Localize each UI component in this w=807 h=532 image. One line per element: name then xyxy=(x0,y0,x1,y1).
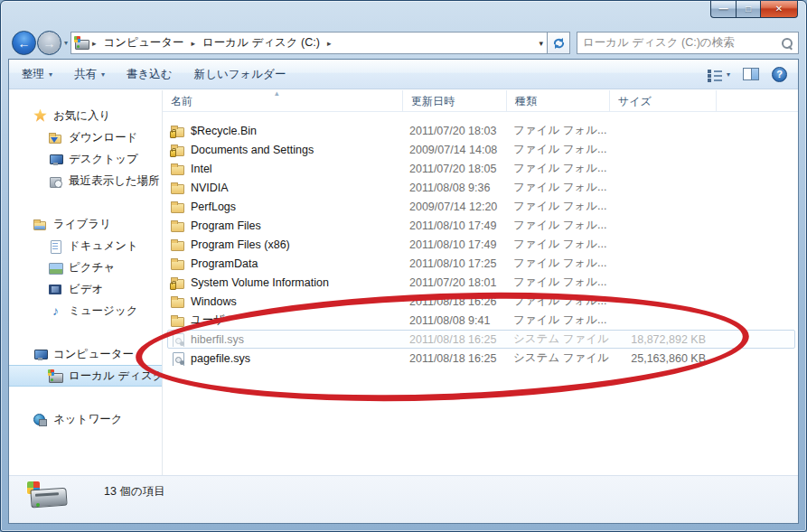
items-count: 13 個の項目 xyxy=(104,484,165,499)
file-size: 25,163,860 KB xyxy=(610,352,717,365)
music-icon: ♪ xyxy=(49,304,62,318)
file-name-cell: Program Files xyxy=(163,219,403,233)
recent-icon xyxy=(49,174,62,188)
sidebar-group-label: お気に入り xyxy=(53,108,110,124)
breadcrumb-computer[interactable]: コンピューター xyxy=(100,33,188,52)
table-row[interactable]: hiberfil.sys2011/08/18 16:25システム ファイル18,… xyxy=(163,330,798,349)
sidebar-item-0-1[interactable]: デスクトップ xyxy=(9,148,162,170)
folder-icon xyxy=(171,294,185,309)
folder-icon xyxy=(171,257,185,271)
table-row[interactable]: $Recycle.Bin2011/07/20 18:03ファイル フォル... xyxy=(163,121,798,140)
close-icon: ✕ xyxy=(775,5,783,14)
preview-pane-button[interactable] xyxy=(743,68,759,80)
disk-icon xyxy=(49,369,62,383)
table-row[interactable]: PerfLogs2009/07/14 12:20ファイル フォル... xyxy=(163,197,798,216)
file-type: ファイル フォル... xyxy=(507,256,610,271)
file-type: ファイル フォル... xyxy=(507,237,610,252)
table-row[interactable]: pagefile.sys2011/08/18 16:25システム ファイル25,… xyxy=(163,349,798,368)
file-date: 2011/08/10 17:49 xyxy=(403,238,507,251)
table-row[interactable]: ユーザー2011/08/08 9:41ファイル フォル... xyxy=(163,311,798,330)
column-headers: 名前 ▴ 更新日時 種類 サイズ xyxy=(163,90,798,112)
sidebar-group-2[interactable]: コンピューター xyxy=(9,343,162,365)
column-header-filler xyxy=(717,90,798,111)
column-header-name[interactable]: 名前 ▴ xyxy=(163,90,403,111)
file-name-cell: Intel xyxy=(163,162,403,176)
new-folder-button[interactable]: 新しいフォルダー xyxy=(194,67,286,82)
search-input[interactable]: ローカル ディスク (C:)の検索 xyxy=(577,32,799,54)
sidebar-item-2-0[interactable]: ローカル ディスク ( xyxy=(9,365,162,387)
file-name: $Recycle.Bin xyxy=(191,125,257,137)
history-dropdown-button[interactable]: ▾ xyxy=(64,39,68,47)
list-view-icon xyxy=(708,69,722,80)
file-name: Windows xyxy=(191,295,237,308)
folder-icon xyxy=(171,200,185,214)
drive-icon xyxy=(29,481,69,510)
breadcrumb-local-disk-c[interactable]: ローカル ディスク (C:) xyxy=(199,33,324,52)
refresh-button[interactable] xyxy=(548,32,570,54)
column-type-label: 種類 xyxy=(515,95,537,107)
sidebar-item-1-2[interactable]: ビデオ xyxy=(9,278,162,300)
command-toolbar: 整理 ▾ 共有 ▾ 書き込む 新しいフォルダー ▾ ? xyxy=(9,60,798,89)
details-pane: 13 個の項目 xyxy=(9,475,798,523)
back-button[interactable]: ← xyxy=(12,31,36,55)
file-name-cell: Windows xyxy=(163,294,403,309)
burn-button[interactable]: 書き込む xyxy=(127,67,173,82)
close-button[interactable]: ✕ xyxy=(760,1,798,18)
sidebar-item-1-1[interactable]: ピクチャ xyxy=(9,257,162,278)
share-menu[interactable]: 共有 ▾ xyxy=(74,67,105,82)
forward-button[interactable]: → xyxy=(37,31,61,55)
sidebar-item-1-3[interactable]: ♪ミュージック xyxy=(9,300,162,322)
address-dropdown-button[interactable]: ▾ xyxy=(539,39,543,48)
chevron-down-icon: ▾ xyxy=(727,70,730,79)
file-name-cell: ユーザー xyxy=(163,313,403,328)
sort-ascending-icon: ▴ xyxy=(275,90,279,98)
maximize-icon: □ xyxy=(746,5,751,14)
table-row[interactable]: Documents and Settings2009/07/14 14:08ファ… xyxy=(163,140,798,159)
maximize-button[interactable]: □ xyxy=(736,1,760,18)
organize-label: 整理 xyxy=(22,67,44,82)
sidebar-group-0[interactable]: お気に入り xyxy=(9,105,162,126)
folder-icon xyxy=(171,313,185,328)
views-button[interactable]: ▾ xyxy=(708,69,730,80)
network-icon xyxy=(33,413,47,426)
chevron-down-icon: ▾ xyxy=(49,70,52,79)
file-name-cell: Documents and Settings xyxy=(163,143,403,157)
help-icon: ? xyxy=(776,69,783,79)
table-row[interactable]: ProgramData2011/08/10 17:25ファイル フォル... xyxy=(163,254,798,273)
share-label: 共有 xyxy=(74,67,97,82)
column-header-size[interactable]: サイズ xyxy=(610,90,717,111)
file-list-pane: 名前 ▴ 更新日時 種類 サイズ $Recycle.Bin2011/07/20 … xyxy=(163,90,798,475)
column-header-type[interactable]: 種類 xyxy=(507,90,610,111)
system-file-icon xyxy=(171,332,185,347)
file-date: 2011/07/20 18:03 xyxy=(403,125,507,137)
folder-lock-icon xyxy=(171,275,185,290)
file-name: hiberfil.sys xyxy=(191,333,244,346)
column-header-date[interactable]: 更新日時 xyxy=(403,90,507,111)
file-type: ファイル フォル... xyxy=(507,180,610,195)
sidebar-group-label: ライブラリ xyxy=(53,217,111,232)
sidebar-group-3[interactable]: ネットワーク xyxy=(9,408,162,430)
sidebar-item-0-0[interactable]: ダウンロード xyxy=(9,126,162,148)
file-name: Intel xyxy=(191,163,212,175)
organize-menu[interactable]: 整理 ▾ xyxy=(22,67,52,82)
sidebar-item-0-2[interactable]: 最近表示した場所 xyxy=(9,170,162,191)
breadcrumb-separator-icon: ▸ xyxy=(89,39,100,48)
table-row[interactable]: System Volume Information2011/07/20 18:0… xyxy=(163,273,798,292)
sidebar-item-label: ピクチャ xyxy=(69,260,115,275)
table-row[interactable]: NVIDIA2011/08/08 9:36ファイル フォル... xyxy=(163,178,798,197)
table-row[interactable]: Intel2011/07/20 18:05ファイル フォル... xyxy=(163,159,798,178)
file-date: 2011/08/18 16:25 xyxy=(403,352,507,365)
table-row[interactable]: Program Files2011/08/10 17:49ファイル フォル... xyxy=(163,216,798,235)
table-row[interactable]: Windows2011/08/18 16:26ファイル フォル... xyxy=(163,292,798,311)
sidebar-group-1[interactable]: ライブラリ xyxy=(9,213,162,235)
minimize-icon: — xyxy=(719,5,728,14)
address-bar[interactable]: ▸ コンピューター ▸ ローカル ディスク (C:) ▸ ▾ xyxy=(70,32,548,54)
file-type: ファイル フォル... xyxy=(507,199,610,214)
file-name: Program Files (x86) xyxy=(191,238,290,251)
table-row[interactable]: Program Files (x86)2011/08/10 17:49ファイル … xyxy=(163,235,798,254)
file-rows: $Recycle.Bin2011/07/20 18:03ファイル フォル...D… xyxy=(163,112,798,368)
help-button[interactable]: ? xyxy=(772,67,787,82)
sidebar-item-1-0[interactable]: ドキュメント xyxy=(9,235,162,257)
sidebar-item-label: ローカル ディスク ( xyxy=(69,369,163,384)
minimize-button[interactable]: — xyxy=(710,1,736,18)
